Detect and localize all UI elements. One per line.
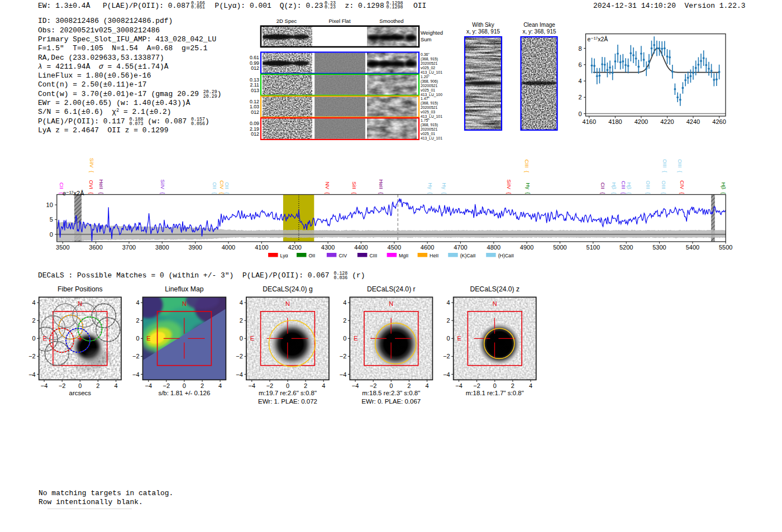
svg-text:4: 4 — [447, 299, 450, 306]
svg-text:3700: 3700 — [122, 244, 136, 251]
svg-text:−2: −2 — [59, 382, 66, 389]
svg-text:2: 2 — [447, 317, 450, 324]
svg-text:e⁻¹⁷x2Å: e⁻¹⁷x2Å — [63, 190, 84, 196]
svg-text:4260: 4260 — [712, 118, 726, 125]
svg-text:5200: 5200 — [619, 244, 633, 251]
svg-text:OIII {: OIII { — [662, 159, 668, 173]
svg-text:2: 2 — [578, 94, 581, 100]
svg-text:N: N — [78, 300, 82, 307]
svg-text:5000: 5000 — [553, 244, 566, 251]
svg-text:x, y: 368, 915: x, y: 368, 915 — [522, 28, 556, 35]
svg-text:20200521: 20200521 — [421, 84, 437, 88]
svg-text:2D Spec: 2D Spec — [276, 18, 297, 24]
svg-text:4: 4 — [240, 299, 243, 306]
svg-text:CIII {: CIII { — [621, 181, 627, 194]
svg-text:0.12: 0.12 — [250, 99, 259, 104]
svg-text:4: 4 — [136, 299, 139, 306]
svg-text:013: 013 — [251, 88, 259, 93]
svg-text:e⁻¹⁷x2Å: e⁻¹⁷x2Å — [588, 36, 608, 42]
svg-text:Hγ {: Hγ { — [525, 183, 531, 194]
svg-text:MgII: MgII — [399, 253, 408, 258]
svg-text:20200521: 20200521 — [421, 61, 437, 65]
svg-text:EWr: 1. PLAE: 0.072: EWr: 1. PLAE: 0.072 — [258, 398, 317, 405]
svg-text:−2: −2 — [236, 353, 243, 360]
svg-text:(368, 906): (368, 906) — [421, 79, 438, 84]
svg-text:4400: 4400 — [354, 244, 368, 251]
svg-text:CII {: CII { — [600, 183, 606, 195]
svg-text:v025_01: v025_01 — [421, 132, 435, 136]
svg-text:−2: −2 — [28, 353, 36, 360]
svg-text:0: 0 — [136, 335, 139, 342]
svg-text:E: E — [146, 335, 150, 342]
svg-text:4220: 4220 — [660, 118, 674, 125]
svg-text:−4: −4 — [352, 382, 359, 389]
svg-text:2: 2 — [304, 382, 307, 389]
svg-text:OIII {: OIII { — [677, 159, 683, 173]
svg-text:E: E — [457, 335, 461, 342]
svg-text:v025_02: v025_02 — [421, 66, 435, 70]
svg-text:2.11: 2.11 — [250, 82, 260, 88]
svg-text:4900: 4900 — [520, 244, 533, 251]
svg-text:0.13: 0.13 — [250, 77, 259, 83]
svg-text:5100: 5100 — [586, 244, 600, 251]
svg-text:E: E — [43, 335, 47, 342]
svg-text:−2: −2 — [443, 353, 450, 360]
svg-text:−4: −4 — [145, 382, 152, 389]
svg-text:DECaLS(24.0) r: DECaLS(24.0) r — [367, 285, 416, 293]
svg-text:0: 0 — [493, 382, 497, 389]
svg-text:Hβ {: Hβ { — [721, 183, 727, 195]
svg-text:HeII {: HeII { — [98, 179, 104, 194]
svg-text:DECaLS(24.0) g: DECaLS(24.0) g — [263, 285, 312, 293]
svg-text:Hβ {: Hβ { — [611, 183, 617, 195]
svg-text:arcsecs: arcsecs — [69, 390, 91, 396]
svg-text:E: E — [250, 335, 254, 342]
svg-text:2.19: 2.19 — [250, 126, 259, 132]
svg-text:OVI {: OVI { — [88, 180, 94, 194]
svg-text:OII: OII — [309, 253, 316, 258]
svg-text:2: 2 — [511, 382, 514, 389]
svg-text:0: 0 — [32, 335, 36, 342]
svg-text:20200521: 20200521 — [421, 127, 437, 131]
svg-text:0: 0 — [240, 335, 243, 342]
svg-text:N: N — [285, 300, 290, 307]
svg-text:0.36": 0.36" — [421, 52, 430, 56]
svg-text:−2: −2 — [163, 382, 170, 389]
svg-text:5300: 5300 — [652, 244, 666, 251]
svg-text:−2: −2 — [266, 382, 274, 389]
svg-text:1.75": 1.75" — [421, 118, 430, 122]
svg-text:4100: 4100 — [255, 244, 268, 251]
svg-text:−2: −2 — [473, 382, 480, 389]
svg-text:HeII {: HeII { — [378, 179, 384, 194]
svg-text:4000: 4000 — [222, 244, 235, 251]
svg-text:Hγ {: Hγ { — [427, 183, 433, 194]
svg-text:2: 2 — [407, 382, 411, 389]
svg-text:Weighted: Weighted — [421, 30, 443, 36]
svg-text:N: N — [493, 300, 497, 307]
svg-text:(368, 915): (368, 915) — [421, 123, 438, 127]
svg-text:SiIV {: SiIV { — [506, 179, 512, 194]
svg-text:3800: 3800 — [155, 244, 169, 251]
svg-text:4: 4 — [218, 382, 222, 389]
svg-text:4: 4 — [578, 78, 581, 84]
svg-text:5400: 5400 — [686, 244, 699, 251]
svg-text:(368, 915): (368, 915) — [421, 57, 438, 61]
svg-text:OII {: OII { — [212, 182, 218, 194]
svg-text:1.20": 1.20" — [421, 75, 430, 79]
svg-text:CIV: CIV — [338, 253, 347, 258]
svg-text:−4: −4 — [249, 382, 256, 389]
svg-text:8: 8 — [578, 45, 581, 52]
svg-text:Sum: Sum — [421, 36, 432, 42]
svg-text:Hβ {: Hβ { — [626, 183, 632, 195]
svg-text:4700: 4700 — [454, 244, 467, 251]
svg-text:0: 0 — [578, 111, 581, 117]
svg-text:CIII: CIII — [369, 253, 377, 258]
svg-text:OII {: OII { — [224, 182, 230, 194]
svg-text:2: 2 — [201, 382, 204, 389]
svg-text:0: 0 — [286, 382, 289, 389]
svg-text:−4: −4 — [340, 371, 347, 378]
svg-text:4: 4 — [343, 299, 346, 306]
svg-text:SiIV {: SiIV { — [160, 179, 166, 194]
svg-text:EWr: 0. PLAE: 0.067: EWr: 0. PLAE: 0.067 — [361, 398, 421, 405]
svg-text:−4: −4 — [132, 371, 140, 378]
svg-text:−4: −4 — [236, 371, 243, 378]
